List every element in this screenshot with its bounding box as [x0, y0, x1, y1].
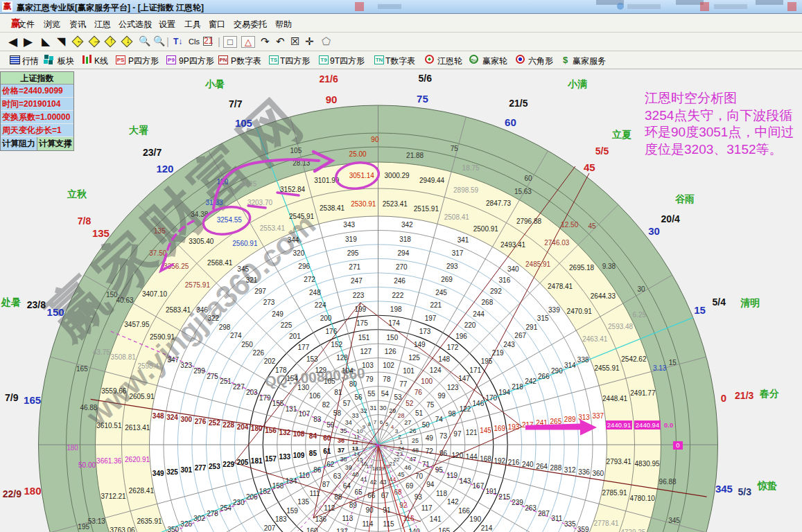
svg-text:8: 8 — [367, 421, 371, 427]
svg-text:157: 157 — [265, 455, 277, 463]
svg-text:30: 30 — [648, 225, 660, 237]
svg-text:192: 192 — [494, 457, 505, 465]
svg-text:96: 96 — [439, 450, 448, 457]
svg-text:180: 180 — [24, 485, 41, 497]
svg-text:344: 344 — [288, 236, 299, 244]
svg-text:98: 98 — [448, 410, 457, 418]
svg-text:4729.25: 4729.25 — [620, 529, 646, 532]
svg-text:89: 89 — [349, 502, 358, 509]
svg-text:325: 325 — [166, 468, 178, 476]
svg-text:207: 207 — [264, 524, 276, 532]
svg-text:299: 299 — [193, 367, 205, 375]
svg-text:45: 45 — [397, 471, 404, 478]
svg-text:63: 63 — [333, 472, 342, 480]
svg-text:206: 206 — [246, 493, 258, 501]
svg-text:301: 301 — [180, 466, 192, 474]
svg-text:274: 274 — [230, 332, 242, 339]
svg-text:292: 292 — [490, 287, 502, 295]
svg-text:43.75: 43.75 — [93, 348, 110, 356]
svg-text:40.63: 40.63 — [116, 296, 133, 304]
svg-text:173: 173 — [419, 328, 431, 335]
svg-text:348: 348 — [152, 412, 164, 420]
svg-text:170: 170 — [485, 394, 497, 402]
svg-text:276: 276 — [195, 418, 207, 425]
svg-text:50.00: 50.00 — [78, 461, 96, 469]
svg-text:199: 199 — [354, 305, 366, 313]
svg-text:223: 223 — [353, 292, 365, 299]
svg-text:140: 140 — [408, 528, 420, 532]
svg-text:137: 137 — [336, 528, 348, 532]
svg-text:90: 90 — [326, 94, 338, 105]
svg-text:60: 60 — [505, 116, 516, 128]
svg-text:251: 251 — [220, 378, 232, 385]
svg-text:2478.41: 2478.41 — [548, 283, 573, 290]
svg-text:347: 347 — [167, 356, 179, 364]
svg-text:43: 43 — [379, 479, 386, 486]
svg-text:2553.41: 2553.41 — [260, 224, 286, 232]
svg-text:122: 122 — [460, 405, 471, 413]
svg-text:小暑: 小暑 — [204, 78, 225, 89]
svg-text:175: 175 — [356, 319, 368, 327]
svg-text:141: 141 — [430, 515, 442, 523]
svg-text:55: 55 — [367, 390, 376, 398]
svg-text:75: 75 — [417, 93, 428, 105]
svg-text:2538.41: 2538.41 — [320, 204, 345, 212]
svg-text:2493.41: 2493.41 — [500, 241, 526, 249]
svg-text:44: 44 — [389, 476, 396, 483]
svg-text:289: 289 — [564, 416, 576, 423]
svg-text:2485.91: 2485.91 — [525, 260, 551, 268]
svg-text:47: 47 — [409, 456, 416, 463]
svg-text:清明: 清明 — [740, 297, 760, 308]
svg-text:3000.29: 3000.29 — [385, 172, 410, 179]
svg-text:65: 65 — [354, 488, 363, 496]
svg-text:38: 38 — [340, 456, 347, 463]
svg-text:97: 97 — [453, 430, 462, 438]
svg-text:75: 75 — [426, 401, 435, 409]
svg-text:291: 291 — [526, 323, 538, 331]
svg-text:343: 343 — [343, 221, 355, 229]
svg-text:318: 318 — [399, 236, 411, 243]
svg-text:3559.66: 3559.66 — [101, 387, 127, 395]
svg-text:165: 165 — [76, 365, 88, 373]
svg-text:183: 183 — [275, 515, 287, 523]
svg-text:3763.06: 3763.06 — [110, 526, 136, 532]
svg-text:2644.33: 2644.33 — [591, 292, 616, 300]
svg-text:252: 252 — [209, 419, 220, 427]
svg-text:147: 147 — [458, 375, 470, 382]
svg-text:2590.91: 2590.91 — [150, 333, 175, 341]
svg-text:350: 350 — [167, 526, 179, 532]
svg-text:135: 135 — [297, 498, 309, 506]
svg-text:171: 171 — [469, 366, 481, 374]
svg-text:59: 59 — [326, 421, 335, 429]
svg-text:2746.03: 2746.03 — [544, 239, 570, 247]
svg-text:5/4: 5/4 — [712, 296, 726, 308]
svg-text:81: 81 — [334, 389, 342, 396]
svg-text:80: 80 — [349, 380, 358, 388]
svg-text:110: 110 — [299, 472, 310, 479]
svg-text:7/7: 7/7 — [229, 98, 243, 109]
svg-text:62: 62 — [326, 461, 335, 468]
svg-text:121: 121 — [466, 429, 478, 436]
svg-text:146: 146 — [473, 400, 485, 407]
svg-text:267: 267 — [514, 332, 526, 339]
svg-text:处暑: 处暑 — [1, 296, 21, 308]
svg-text:5/3: 5/3 — [738, 486, 751, 497]
svg-text:2847.73: 2847.73 — [486, 200, 512, 207]
svg-text:53.13: 53.13 — [88, 517, 105, 525]
svg-text:111: 111 — [309, 490, 320, 497]
svg-text:108: 108 — [293, 430, 305, 438]
svg-text:194: 194 — [498, 389, 510, 396]
svg-text:126: 126 — [385, 348, 396, 355]
svg-text:41: 41 — [360, 476, 367, 483]
svg-text:214: 214 — [481, 524, 493, 532]
svg-text:202: 202 — [264, 357, 276, 365]
svg-text:136: 136 — [315, 515, 326, 523]
svg-text:100: 100 — [421, 378, 433, 385]
svg-text:32: 32 — [360, 407, 367, 414]
svg-text:5: 5 — [385, 421, 389, 427]
svg-text:247: 247 — [351, 277, 363, 285]
svg-text:21/5: 21/5 — [509, 98, 528, 109]
svg-text:115: 115 — [383, 520, 394, 528]
svg-text:239: 239 — [512, 499, 523, 506]
svg-text:78: 78 — [383, 375, 391, 383]
